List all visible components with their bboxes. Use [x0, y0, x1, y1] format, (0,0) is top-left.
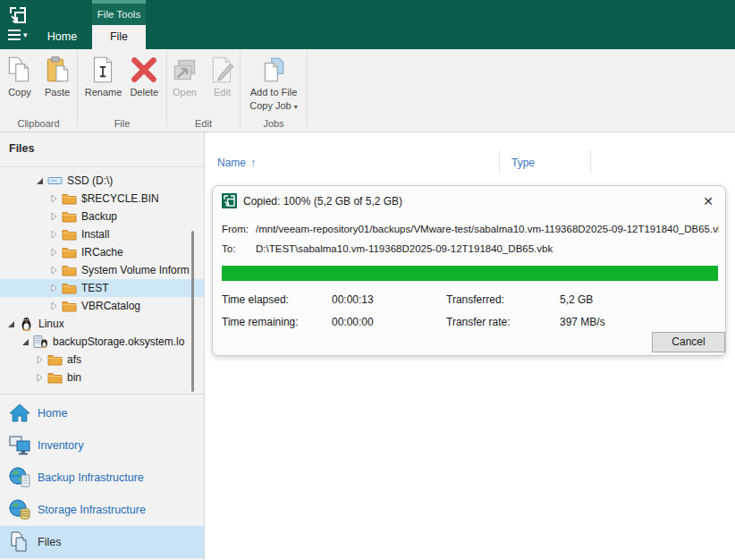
ribbon-group-jobs: Add to File Copy Job ▾ Jobs	[241, 49, 307, 132]
folder-icon	[62, 191, 77, 206]
rename-button[interactable]: Rename	[81, 53, 126, 98]
folder-icon	[62, 263, 77, 277]
nav-item-storage-infrastructure[interactable]: Storage Infrastructure	[0, 494, 204, 526]
file-list-area: Name ↑ Type Copied: 100% (5,2 GB of 5,2 …	[205, 132, 735, 560]
tree-item-ircache[interactable]: IRCache	[0, 243, 204, 261]
veeam-logo-icon	[8, 5, 28, 25]
button-label-line2: Copy Job	[249, 100, 291, 111]
ribbon-group-edit: Open Edit Edit	[167, 49, 240, 132]
tree-item-system-volume-information[interactable]: System Volume Inform	[0, 261, 204, 279]
tree-item-test[interactable]: TEST	[0, 279, 204, 297]
expand-icon[interactable]	[34, 354, 45, 365]
copy-source-path: From:/mnt/veeam-repository01/backups/VMw…	[222, 224, 719, 234]
tree-item-label: IRCache	[81, 246, 123, 259]
contextual-tab-group: File Tools	[92, 0, 146, 25]
divider	[0, 166, 204, 167]
backup-infrastructure-icon	[8, 466, 31, 489]
navigation-pane: Home Inventory Backup	[0, 397, 204, 558]
tree-item-afs[interactable]: afs	[0, 351, 204, 369]
to-label: To:	[222, 243, 256, 254]
tree-item-label: $RECYCLE.BIN	[81, 192, 159, 205]
tree-item-recycle-bin[interactable]: $RECYCLE.BIN	[0, 190, 204, 208]
tree-item-label: backupStorage.oksystem.lo	[53, 335, 184, 348]
tree-item-backup[interactable]: Backup	[0, 208, 204, 225]
penguin-icon	[19, 317, 34, 331]
tree-item-bin[interactable]: bin	[0, 369, 204, 386]
drive-icon	[47, 174, 63, 188]
expand-icon[interactable]	[34, 372, 45, 383]
collapse-icon[interactable]	[20, 336, 30, 347]
column-header-type[interactable]: Type	[511, 152, 535, 174]
column-header-label: Name	[217, 157, 246, 169]
column-header-label: Type	[511, 157, 535, 169]
delete-button[interactable]: Delete	[125, 53, 163, 98]
tree-item-vbrcatalog[interactable]: VBRCatalog	[0, 297, 204, 315]
copy-progress-dialog: Copied: 100% (5,2 GB of 5,2 GB) ✕ From:/…	[212, 185, 726, 356]
edit-icon	[207, 55, 238, 85]
column-header-name[interactable]: Name ↑	[217, 152, 256, 174]
contextual-tab-label: File Tools	[92, 4, 146, 25]
copy-button[interactable]: Copy	[1, 53, 38, 98]
expand-icon[interactable]	[48, 283, 59, 293]
sort-ascending-icon: ↑	[250, 157, 256, 169]
sidebar: Files SSD (D:\) $RECYCLE.BIN	[0, 132, 205, 560]
dialog-title: Copied: 100% (5,2 GB of 5,2 GB)	[243, 195, 402, 208]
expand-icon[interactable]	[48, 211, 59, 222]
veeam-file-browser-window: ▾ File Tools Home File Copy	[0, 0, 735, 560]
to-path: D:\TEST\sab	[256, 243, 315, 254]
nav-item-files[interactable]: Files	[0, 526, 204, 558]
time-elapsed-value: 00:00:13	[332, 293, 374, 306]
tree-item-label: TEST	[81, 282, 109, 294]
edit-button[interactable]: Edit	[204, 53, 241, 98]
folder-icon	[47, 352, 63, 367]
tree-scrollbar[interactable]	[191, 231, 194, 392]
titlebar: ▾ File Tools Home File	[0, 0, 735, 49]
copy-destination-path: To:D:\TEST\sabalma10.vm-119368D2025-09-1…	[222, 243, 719, 254]
tree-item-backupstorage[interactable]: backupStorage.oksystem.lo	[0, 333, 204, 351]
tab-home[interactable]: Home	[32, 25, 92, 49]
nav-item-label: Backup Infrastructure	[38, 471, 144, 484]
transferred-value: 5,2 GB	[560, 293, 593, 306]
ribbon-group-label: Clipboard	[0, 118, 77, 129]
close-icon[interactable]: ✕	[699, 192, 717, 210]
open-button[interactable]: Open	[166, 53, 204, 98]
folder-icon	[62, 245, 77, 259]
tree-item-label: SSD (D:\)	[67, 174, 113, 187]
cancel-button[interactable]: Cancel	[652, 332, 725, 352]
inventory-icon	[8, 434, 31, 457]
transferred-label: Transferred:	[446, 293, 504, 306]
add-to-file-copy-job-button[interactable]: Add to File Copy Job ▾	[246, 53, 301, 113]
tree-item-label: Backup	[81, 210, 117, 223]
collapse-icon[interactable]	[34, 175, 45, 186]
tree-item-install[interactable]: Install	[0, 225, 204, 243]
file-tree: SSD (D:\) $RECYCLE.BIN Backup Install	[0, 172, 204, 386]
tree-item-label: VBRCatalog	[81, 300, 140, 312]
from-path: lma10.vm-119368D2025-09-12T191840_DB65.v…	[496, 224, 719, 234]
delete-icon	[129, 55, 159, 85]
collapse-icon[interactable]	[5, 318, 16, 329]
column-separator[interactable]	[499, 150, 500, 174]
expand-icon[interactable]	[48, 229, 59, 240]
open-icon	[170, 55, 200, 85]
from-label: From:	[222, 224, 256, 234]
expand-icon[interactable]	[48, 247, 59, 258]
ribbon-group-label: Edit	[167, 118, 240, 129]
column-separator[interactable]	[590, 150, 591, 174]
tree-item-linux[interactable]: Linux	[0, 315, 204, 333]
nav-item-backup-infrastructure[interactable]: Backup Infrastructure	[0, 462, 204, 494]
paste-button[interactable]: Paste	[38, 53, 76, 98]
tab-file[interactable]: File	[92, 25, 146, 49]
tree-item-ssd[interactable]: SSD (D:\)	[0, 172, 204, 190]
chevron-down-icon: ▾	[294, 103, 298, 111]
expand-icon[interactable]	[48, 301, 59, 311]
nav-item-home[interactable]: Home	[0, 397, 204, 429]
time-remaining-value: 00:00:00	[332, 316, 374, 328]
ribbon: Copy Paste Clipboard	[0, 49, 735, 132]
ribbon-group-clipboard: Copy Paste Clipboard	[0, 49, 77, 132]
expand-icon[interactable]	[48, 265, 59, 276]
ribbon-group-label: File	[78, 118, 166, 129]
files-icon	[8, 530, 31, 554]
nav-item-inventory[interactable]: Inventory	[0, 429, 204, 462]
expand-icon[interactable]	[48, 193, 59, 204]
folder-icon	[62, 299, 77, 313]
